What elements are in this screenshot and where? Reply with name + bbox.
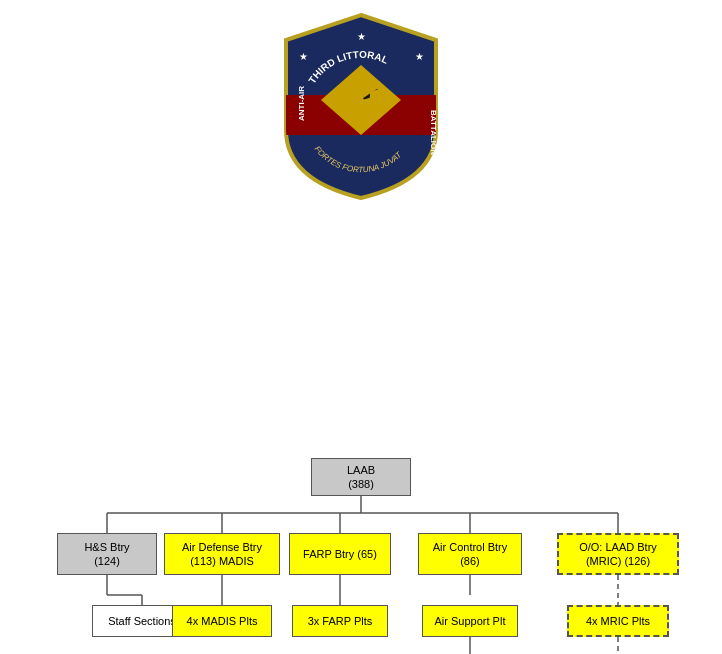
mric-label: 4x MRIC Plts (586, 614, 650, 628)
airsupport-label: Air Support Plt (435, 614, 506, 628)
extra-connectors (0, 210, 722, 654)
airctrl-sub: (86) (433, 554, 508, 568)
badge-area: ★ ★ ★ THIRD LITTORAL ANTI-AIR BATTALION … (0, 0, 722, 200)
farpplts-label: 3x FARP Plts (308, 614, 373, 628)
airdef-label: Air Defense Btry (182, 540, 262, 554)
svg-text:ANTI-AIR: ANTI-AIR (297, 86, 306, 121)
airctrl-label: Air Control Btry (433, 540, 508, 554)
airdef-btry-box: Air Defense Btry (113) MADIS (164, 533, 280, 575)
hs-sub: (124) (84, 554, 129, 568)
svg-text:BATTALION: BATTALION (429, 110, 438, 155)
farp-label: FARP Btry (65) (303, 547, 377, 561)
svg-text:★: ★ (357, 31, 366, 42)
svg-text:★: ★ (415, 51, 424, 62)
hs-label: H&S Btry (84, 540, 129, 554)
madis-plts-box: 4x MADIS Plts (172, 605, 272, 637)
oo-sub: (MRIC) (126) (579, 554, 657, 568)
svg-text:★: ★ (299, 51, 308, 62)
laab-root-box: LAAB (388) (311, 458, 411, 496)
airctrl-btry-box: Air Control Btry (86) (418, 533, 522, 575)
airdef-sub: (113) MADIS (182, 554, 262, 568)
farp-btry-box: FARP Btry (65) (289, 533, 391, 575)
farp-plts-box: 3x FARP Plts (292, 605, 388, 637)
airsupport-box: Air Support Plt (422, 605, 518, 637)
mric-plts-box: 4x MRIC Plts (567, 605, 669, 637)
battalion-badge: ★ ★ ★ THIRD LITTORAL ANTI-AIR BATTALION … (281, 10, 441, 200)
org-connectors (0, 210, 722, 654)
laab-label: LAAB (347, 463, 375, 477)
hs-btry-box: H&S Btry (124) (57, 533, 157, 575)
oo-btry-box: O/O: LAAD Btry (MRIC) (126) (557, 533, 679, 575)
madis-label: 4x MADIS Plts (187, 614, 258, 628)
oo-label: O/O: LAAD Btry (579, 540, 657, 554)
laab-sub: (388) (347, 477, 375, 491)
staff-label: Staff Sections (108, 614, 176, 628)
